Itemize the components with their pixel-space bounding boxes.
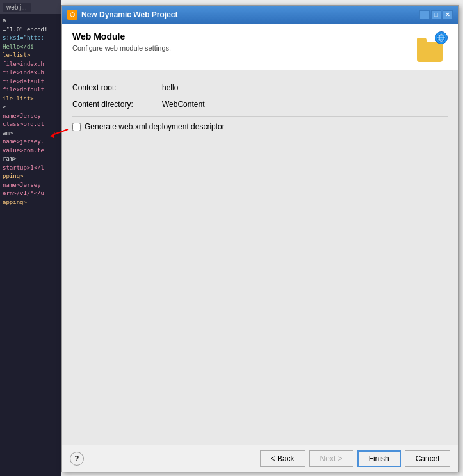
- generate-webxml-checkbox[interactable]: [72, 123, 81, 131]
- titlebar-controls: ─ □ ✕: [419, 10, 453, 19]
- checkbox-row[interactable]: Generate web.xml deployment descriptor: [72, 122, 448, 131]
- globe-icon: [435, 31, 448, 44]
- wizard-title: Web Module: [72, 31, 171, 42]
- code-line: >: [1, 103, 60, 112]
- code-line: name>Jersey: [1, 112, 60, 121]
- close-button[interactable]: ✕: [443, 10, 453, 19]
- dialog-titlebar: ⬡ New Dynamic Web Project ─ □ ✕: [62, 6, 458, 24]
- dialog-content: Web Module Configure web module settings…: [62, 24, 458, 472]
- svg-line-0: [53, 129, 68, 135]
- code-line: pping>: [1, 172, 60, 181]
- footer-right: < Back Next > Finish Cancel: [260, 450, 450, 467]
- code-line: ern>/v1/*</u: [1, 189, 60, 198]
- code-line: apping>: [1, 198, 60, 207]
- code-line: ram>: [1, 155, 60, 164]
- dialog-title: New Dynamic Web Project: [81, 10, 178, 19]
- next-button[interactable]: Next >: [309, 450, 353, 467]
- arrow-annotation: [50, 126, 69, 139]
- code-line: file>index.h: [1, 68, 60, 77]
- editor-tab: web.j...: [3, 3, 31, 12]
- wizard-footer: ? < Back Next > Finish Cancel: [62, 445, 458, 472]
- code-line: value>com.te: [1, 147, 60, 155]
- maximize-button[interactable]: □: [431, 10, 441, 19]
- code-lines: a="1.0" encodis:xsi="http:Hello</dile-li…: [0, 14, 61, 209]
- code-line: s:xsi="http:: [1, 34, 60, 43]
- code-editor-background: web.j... a="1.0" encodis:xsi="http:Hello…: [0, 0, 61, 476]
- context-root-row: Context root: hello: [72, 83, 448, 92]
- code-line: Hello</di: [1, 43, 60, 52]
- wizard-header: Web Module Configure web module settings…: [62, 24, 458, 70]
- footer-left: ?: [70, 452, 84, 466]
- code-line: ile-list>: [1, 95, 60, 104]
- dialog-window: ⬡ New Dynamic Web Project ─ □ ✕ Web Modu…: [61, 5, 459, 472]
- wizard-subtitle: Configure web module settings.: [72, 44, 171, 52]
- generate-webxml-label: Generate web.xml deployment descriptor: [85, 122, 225, 131]
- finish-button[interactable]: Finish: [357, 450, 401, 467]
- code-line: name>Jersey: [1, 181, 60, 190]
- back-button[interactable]: < Back: [260, 450, 305, 467]
- editor-toolbar: web.j...: [0, 0, 61, 14]
- code-line: file>default: [1, 77, 60, 86]
- content-directory-label: Content directory:: [72, 100, 162, 109]
- separator: [72, 116, 448, 117]
- code-line: file>index.h: [1, 60, 60, 69]
- code-line: file>default: [1, 86, 60, 95]
- wizard-body: Context root: hello Content directory: W…: [62, 70, 458, 445]
- code-line: a: [1, 17, 60, 26]
- content-directory-row: Content directory: WebContent: [72, 100, 448, 109]
- code-line: startup>1</l: [1, 164, 60, 173]
- svg-marker-1: [50, 132, 55, 138]
- help-button[interactable]: ?: [70, 452, 84, 466]
- folder-icon: [417, 42, 443, 62]
- code-line: ="1.0" encodi: [1, 26, 60, 35]
- context-root-label: Context root:: [72, 83, 162, 92]
- dialog-title-icon: ⬡: [67, 10, 77, 20]
- content-directory-value: WebContent: [162, 100, 205, 109]
- code-line: le-list>: [1, 51, 60, 60]
- cancel-button[interactable]: Cancel: [405, 450, 450, 467]
- minimize-button[interactable]: ─: [419, 10, 430, 19]
- context-root-value: hello: [162, 83, 178, 92]
- code-line: name>jersey.: [1, 138, 60, 147]
- wizard-header-text: Web Module Configure web module settings…: [72, 31, 171, 52]
- wizard-header-icon: [417, 31, 448, 62]
